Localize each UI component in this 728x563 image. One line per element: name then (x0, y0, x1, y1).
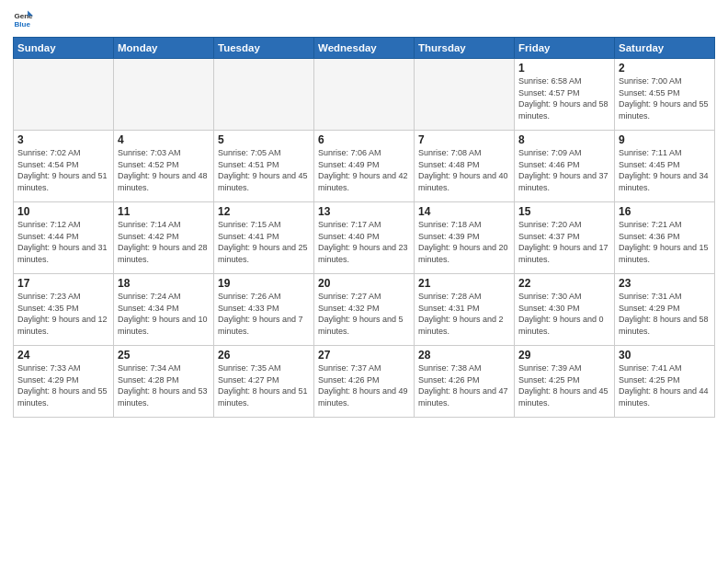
day-cell: 16Sunrise: 7:21 AM Sunset: 4:36 PM Dayli… (615, 202, 715, 274)
header-cell-friday: Friday (515, 38, 615, 59)
day-info: Sunrise: 7:41 AM Sunset: 4:25 PM Dayligh… (619, 362, 711, 408)
day-cell: 13Sunrise: 7:17 AM Sunset: 4:40 PM Dayli… (314, 202, 415, 274)
week-row-4: 17Sunrise: 7:23 AM Sunset: 4:35 PM Dayli… (14, 274, 715, 346)
header-cell-thursday: Thursday (415, 38, 515, 59)
day-cell: 5Sunrise: 7:05 AM Sunset: 4:51 PM Daylig… (214, 131, 314, 202)
day-info: Sunrise: 7:31 AM Sunset: 4:29 PM Dayligh… (619, 291, 711, 337)
header: General Blue (13, 9, 715, 29)
day-cell: 3Sunrise: 7:02 AM Sunset: 4:54 PM Daylig… (14, 131, 114, 202)
day-info: Sunrise: 7:12 AM Sunset: 4:44 PM Dayligh… (17, 219, 109, 265)
header-cell-wednesday: Wednesday (314, 38, 415, 59)
day-cell: 9Sunrise: 7:11 AM Sunset: 4:45 PM Daylig… (615, 131, 715, 202)
day-cell (314, 59, 415, 131)
day-number: 12 (218, 205, 310, 218)
day-cell: 26Sunrise: 7:35 AM Sunset: 4:27 PM Dayli… (214, 346, 314, 418)
day-cell: 8Sunrise: 7:09 AM Sunset: 4:46 PM Daylig… (515, 131, 615, 202)
day-cell: 6Sunrise: 7:06 AM Sunset: 4:49 PM Daylig… (314, 131, 415, 202)
day-info: Sunrise: 7:09 AM Sunset: 4:46 PM Dayligh… (518, 147, 610, 193)
day-number: 10 (17, 205, 109, 218)
logo: General Blue (13, 9, 37, 29)
day-number: 28 (418, 349, 510, 362)
day-cell: 17Sunrise: 7:23 AM Sunset: 4:35 PM Dayli… (14, 274, 114, 346)
header-cell-sunday: Sunday (14, 38, 114, 59)
day-info: Sunrise: 7:05 AM Sunset: 4:51 PM Dayligh… (218, 147, 310, 193)
day-info: Sunrise: 7:34 AM Sunset: 4:28 PM Dayligh… (118, 362, 210, 408)
day-cell: 4Sunrise: 7:03 AM Sunset: 4:52 PM Daylig… (114, 131, 214, 202)
day-cell: 12Sunrise: 7:15 AM Sunset: 4:41 PM Dayli… (214, 202, 314, 274)
day-cell (415, 59, 515, 131)
header-row: SundayMondayTuesdayWednesdayThursdayFrid… (14, 38, 715, 59)
day-number: 20 (318, 277, 410, 290)
day-number: 24 (17, 349, 109, 362)
day-info: Sunrise: 7:20 AM Sunset: 4:37 PM Dayligh… (518, 219, 610, 265)
day-cell: 7Sunrise: 7:08 AM Sunset: 4:48 PM Daylig… (415, 131, 515, 202)
day-number: 5 (218, 133, 310, 146)
day-number: 13 (318, 205, 410, 218)
week-row-5: 24Sunrise: 7:33 AM Sunset: 4:29 PM Dayli… (14, 346, 715, 418)
day-number: 8 (518, 133, 610, 146)
day-info: Sunrise: 7:03 AM Sunset: 4:52 PM Dayligh… (118, 147, 210, 193)
day-cell: 23Sunrise: 7:31 AM Sunset: 4:29 PM Dayli… (615, 274, 715, 346)
day-info: Sunrise: 7:37 AM Sunset: 4:26 PM Dayligh… (318, 362, 410, 408)
calendar-header: SundayMondayTuesdayWednesdayThursdayFrid… (14, 38, 715, 59)
day-info: Sunrise: 7:14 AM Sunset: 4:42 PM Dayligh… (118, 219, 210, 265)
day-info: Sunrise: 7:06 AM Sunset: 4:49 PM Dayligh… (318, 147, 410, 193)
day-info: Sunrise: 7:08 AM Sunset: 4:48 PM Dayligh… (418, 147, 510, 193)
svg-text:Blue: Blue (14, 20, 30, 29)
day-number: 14 (418, 205, 510, 218)
day-number: 23 (619, 277, 711, 290)
day-cell (14, 59, 114, 131)
day-number: 29 (518, 349, 610, 362)
calendar-body: 1Sunrise: 6:58 AM Sunset: 4:57 PM Daylig… (14, 59, 715, 418)
day-cell: 14Sunrise: 7:18 AM Sunset: 4:39 PM Dayli… (415, 202, 515, 274)
day-info: Sunrise: 7:26 AM Sunset: 4:33 PM Dayligh… (218, 291, 310, 337)
day-number: 16 (619, 205, 711, 218)
day-cell (114, 59, 214, 131)
day-cell: 2Sunrise: 7:00 AM Sunset: 4:55 PM Daylig… (615, 59, 715, 131)
day-info: Sunrise: 7:27 AM Sunset: 4:32 PM Dayligh… (318, 291, 410, 337)
day-number: 26 (218, 349, 310, 362)
day-cell: 25Sunrise: 7:34 AM Sunset: 4:28 PM Dayli… (114, 346, 214, 418)
day-info: Sunrise: 7:21 AM Sunset: 4:36 PM Dayligh… (619, 219, 711, 265)
day-cell: 30Sunrise: 7:41 AM Sunset: 4:25 PM Dayli… (615, 346, 715, 418)
day-number: 7 (418, 133, 510, 146)
day-cell: 28Sunrise: 7:38 AM Sunset: 4:26 PM Dayli… (415, 346, 515, 418)
day-info: Sunrise: 7:15 AM Sunset: 4:41 PM Dayligh… (218, 219, 310, 265)
day-info: Sunrise: 7:00 AM Sunset: 4:55 PM Dayligh… (619, 75, 711, 121)
day-info: Sunrise: 7:33 AM Sunset: 4:29 PM Dayligh… (17, 362, 109, 408)
day-cell: 10Sunrise: 7:12 AM Sunset: 4:44 PM Dayli… (14, 202, 114, 274)
day-cell: 18Sunrise: 7:24 AM Sunset: 4:34 PM Dayli… (114, 274, 214, 346)
header-cell-monday: Monday (114, 38, 214, 59)
day-number: 19 (218, 277, 310, 290)
day-number: 30 (619, 349, 711, 362)
day-cell (214, 59, 314, 131)
day-info: Sunrise: 7:39 AM Sunset: 4:25 PM Dayligh… (518, 362, 610, 408)
day-info: Sunrise: 7:17 AM Sunset: 4:40 PM Dayligh… (318, 219, 410, 265)
day-cell: 20Sunrise: 7:27 AM Sunset: 4:32 PM Dayli… (314, 274, 415, 346)
day-info: Sunrise: 7:35 AM Sunset: 4:27 PM Dayligh… (218, 362, 310, 408)
day-info: Sunrise: 7:02 AM Sunset: 4:54 PM Dayligh… (17, 147, 109, 193)
day-info: Sunrise: 7:28 AM Sunset: 4:31 PM Dayligh… (418, 291, 510, 337)
day-number: 4 (118, 133, 210, 146)
day-number: 9 (619, 133, 711, 146)
logo-icon: General Blue (13, 9, 33, 29)
day-number: 27 (318, 349, 410, 362)
day-number: 1 (518, 62, 610, 75)
day-cell: 27Sunrise: 7:37 AM Sunset: 4:26 PM Dayli… (314, 346, 415, 418)
day-info: Sunrise: 7:38 AM Sunset: 4:26 PM Dayligh… (418, 362, 510, 408)
day-number: 18 (118, 277, 210, 290)
day-number: 25 (118, 349, 210, 362)
day-number: 22 (518, 277, 610, 290)
header-cell-tuesday: Tuesday (214, 38, 314, 59)
day-number: 3 (17, 133, 109, 146)
day-cell: 29Sunrise: 7:39 AM Sunset: 4:25 PM Dayli… (515, 346, 615, 418)
day-cell: 19Sunrise: 7:26 AM Sunset: 4:33 PM Dayli… (214, 274, 314, 346)
day-cell: 21Sunrise: 7:28 AM Sunset: 4:31 PM Dayli… (415, 274, 515, 346)
day-number: 17 (17, 277, 109, 290)
day-info: Sunrise: 7:18 AM Sunset: 4:39 PM Dayligh… (418, 219, 510, 265)
day-cell: 11Sunrise: 7:14 AM Sunset: 4:42 PM Dayli… (114, 202, 214, 274)
week-row-3: 10Sunrise: 7:12 AM Sunset: 4:44 PM Dayli… (14, 202, 715, 274)
day-info: Sunrise: 7:11 AM Sunset: 4:45 PM Dayligh… (619, 147, 711, 193)
day-number: 2 (619, 62, 711, 75)
day-cell: 22Sunrise: 7:30 AM Sunset: 4:30 PM Dayli… (515, 274, 615, 346)
